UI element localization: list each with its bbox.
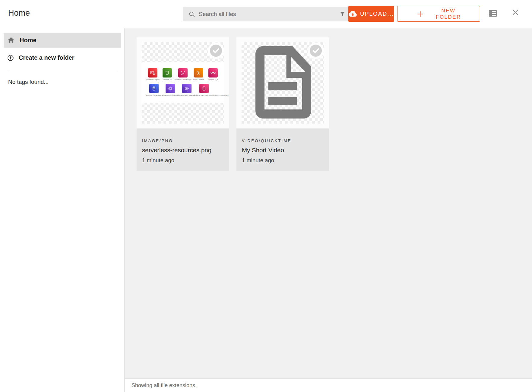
status-bar: Showing all file extensions. <box>125 378 532 392</box>
header: Home UPLOAD... <box>0 0 532 28</box>
new-folder-button[interactable]: NEW FOLDER <box>397 6 480 22</box>
plus-icon <box>416 10 424 18</box>
sidebar-divider <box>8 71 117 71</box>
sidebar-item-create-folder[interactable]: Create a new folder <box>4 50 121 65</box>
file-card-my-short-video[interactable]: VIDEO/QUICKTIME My Short Video 1 minute … <box>236 37 329 171</box>
status-text: Showing all file extensions. <box>131 382 197 389</box>
file-thumbnail <box>236 37 329 128</box>
search-bar[interactable] <box>183 7 351 21</box>
aws-icons-band: Amazon Cognito Amazon S3 Amazon EventBri… <box>142 62 224 103</box>
aws-icon-amazon-eventbridge: Amazon EventBridge <box>174 68 191 81</box>
file-type-label: IMAGE/PNG <box>142 138 224 143</box>
sidebar-item-label: Home <box>20 37 36 44</box>
file-modified-time: 1 minute ago <box>142 157 224 164</box>
file-browser-window: Home UPLOAD... <box>0 0 532 392</box>
aws-icon-amazon-api-gateway: Amazon API Gateway <box>178 84 196 96</box>
upload-button[interactable]: UPLOAD... <box>348 6 394 22</box>
aws-icon-aws-lambda: AWS Lambda <box>192 68 206 81</box>
sidebar-item-label: Create a new folder <box>19 54 74 61</box>
no-tags-text: No tags found... <box>8 79 124 85</box>
select-file-checkmark[interactable] <box>208 43 224 59</box>
file-grid-area: Amazon Cognito Amazon S3 Amazon EventBri… <box>125 28 532 378</box>
sidebar: Home Create a new folder No tags found..… <box>0 28 125 392</box>
plus-circle-icon <box>7 54 14 62</box>
file-name: My Short Video <box>242 147 324 154</box>
cloud-upload-icon <box>349 10 357 18</box>
aws-icon-amazon-cloudwatch: Amazon Cloudwatch <box>212 84 229 96</box>
aws-icon-amazon-cloudfront: Amazon CloudFront <box>162 84 178 96</box>
filter-icon[interactable] <box>339 11 346 17</box>
close-icon <box>511 8 520 17</box>
file-meta: VIDEO/QUICKTIME My Short Video 1 minute … <box>236 128 329 171</box>
file-name: serverless-resources.png <box>142 147 224 154</box>
list-view-icon <box>488 8 498 18</box>
checkmark-icon <box>310 45 322 57</box>
aws-icon-amazon-cognito: Amazon Cognito <box>146 68 160 81</box>
document-icon <box>252 45 313 121</box>
search-icon <box>188 11 195 17</box>
file-card-serverless-resources[interactable]: Amazon Cognito Amazon S3 Amazon EventBri… <box>137 37 229 171</box>
search-input[interactable] <box>199 11 339 17</box>
sidebar-item-home[interactable]: Home <box>4 33 121 48</box>
close-button[interactable] <box>511 8 520 17</box>
aws-icon-amazon-dynamodb: Amazon DynamoDB <box>146 84 162 96</box>
checkmark-icon <box>210 45 222 57</box>
aws-icon-aws-step-functions: AWS Step Functions <box>196 84 212 96</box>
file-meta: IMAGE/PNG serverless-resources.png 1 min… <box>137 128 229 171</box>
home-icon <box>7 36 15 44</box>
new-folder-button-label: NEW FOLDER <box>436 8 461 21</box>
file-thumbnail: Amazon Cognito Amazon S3 Amazon EventBri… <box>137 37 229 128</box>
aws-icon-amazon-sqs: Amazon SQS <box>206 68 220 81</box>
file-type-label: VIDEO/QUICKTIME <box>242 138 324 143</box>
page-title: Home <box>8 8 30 18</box>
select-file-checkmark[interactable] <box>308 43 324 59</box>
file-modified-time: 1 minute ago <box>242 157 324 164</box>
aws-icon-amazon-s3: Amazon S3 <box>160 68 175 81</box>
list-view-toggle-button[interactable] <box>488 8 498 18</box>
upload-button-label: UPLOAD... <box>360 11 394 17</box>
